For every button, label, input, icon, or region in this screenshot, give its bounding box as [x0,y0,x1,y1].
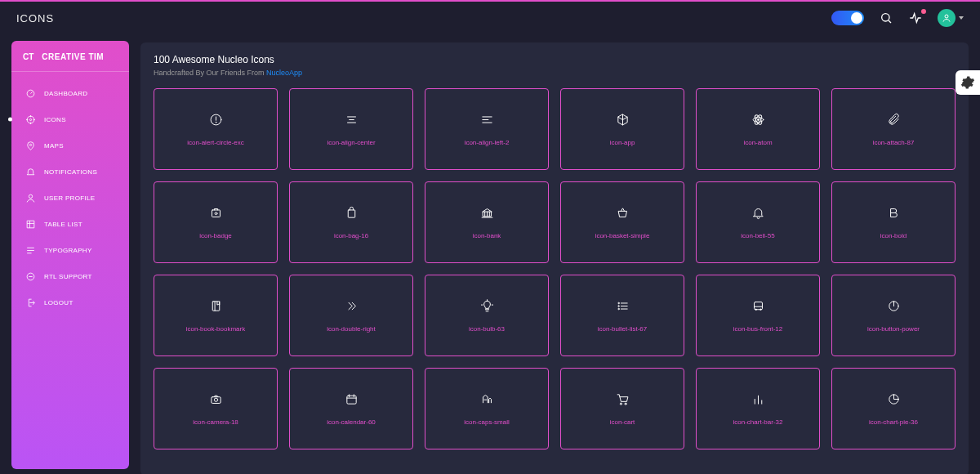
icon-cell-list[interactable]: icon-bullet-list-67 [560,275,684,356]
sidebar-item-maps[interactable]: MAPS [16,132,124,159]
icon-label: icon-app [610,139,635,146]
icon-label: icon-calendar-60 [327,418,376,426]
brand[interactable]: CT CREATIVE TIM [11,52,129,72]
sidebar-item-label: RTL SUPPORT [44,273,92,280]
sidebar-item-notifications[interactable]: NOTIFICATIONS [16,159,124,185]
main: 100 Awesome Nucleo Icons Handcrafted By … [129,34,980,474]
sidebar-item-logout[interactable]: LOGOUT [16,289,124,315]
sidebar-item-typography[interactable]: TYPOGRAPHY [16,237,124,263]
icon-grid: icon-alert-circle-excicon-align-centeric… [154,88,956,449]
sidebar-item-label: TABLE LIST [44,221,82,228]
logout-icon [24,297,36,308]
icon-cell-caps[interactable]: icon-caps-small [425,368,549,449]
icon-label: icon-basket-simple [595,232,650,239]
icon-cell-chevrons-right[interactable]: icon-double-right [289,275,413,356]
icon-label: icon-attach-87 [873,139,915,146]
icon-cell-power[interactable]: icon-button-power [831,275,956,356]
icon-label: icon-align-center [327,139,375,146]
icon-label: icon-camera-18 [193,418,238,426]
icon-label: icon-bullet-list-67 [598,325,647,333]
icon-cell-cube[interactable]: icon-app [560,88,684,170]
user-menu[interactable] [938,9,964,27]
icon-label: icon-bus-front-12 [733,325,782,333]
basket-icon [615,206,630,221]
icon-label: icon-chart-bar-32 [733,418,783,426]
sidebar-item-dashboard[interactable]: DASHBOARD [16,80,124,106]
sidebar-nav: DASHBOARDICONSMAPSNOTIFICATIONSUSER PROF… [11,80,129,315]
icon-label: icon-chart-pie-36 [869,418,918,426]
table-list-icon [24,218,36,230]
page-title: ICONS [16,12,54,25]
bold-icon [886,206,901,221]
theme-toggle[interactable] [831,11,864,25]
icon-label: icon-bulb-63 [469,325,505,333]
card-title: 100 Awesome Nucleo Icons [154,54,956,65]
sidebar-item-icons[interactable]: ICONS [16,106,124,132]
icon-label: icon-book-bookmark [186,325,245,333]
brand-logo: CT [23,52,33,61]
icon-cell-bold[interactable]: icon-bold [831,181,956,263]
search-icon[interactable] [879,11,893,25]
icon-cell-align-left[interactable]: icon-align-left-2 [425,88,549,170]
activity-icon[interactable] [908,11,923,25]
power-icon [886,299,901,314]
icon-cell-basket[interactable]: icon-basket-simple [560,181,684,263]
bag-icon [344,206,359,221]
sidebar-item-table-list[interactable]: TABLE LIST [16,211,124,237]
icon-cell-badge[interactable]: icon-badge [154,181,278,263]
icon-label: icon-align-left-2 [465,139,510,146]
user-profile-icon [24,192,36,203]
cube-icon [615,113,630,127]
sidebar-item-label: TYPOGRAPHY [44,247,92,254]
settings-fab[interactable] [956,70,980,95]
icon-cell-pie-chart[interactable]: icon-chart-pie-36 [831,368,956,449]
icon-cell-alert[interactable]: icon-alert-circle-exc [154,88,278,170]
list-icon [615,299,630,314]
icon-cell-book[interactable]: icon-book-bookmark [154,275,278,356]
icon-cell-align-center[interactable]: icon-align-center [289,88,413,170]
sidebar-item-label: USER PROFILE [44,195,95,202]
calendar-icon [344,392,359,407]
icon-label: icon-alert-circle-exc [187,139,243,146]
align-left-icon [479,113,494,127]
icon-label: icon-cart [610,418,635,426]
sidebar: CT CREATIVE TIM DASHBOARDICONSMAPSNOTIFI… [11,41,129,469]
icon-cell-cart[interactable]: icon-cart [560,368,684,449]
icon-cell-bus[interactable]: icon-bus-front-12 [696,275,820,356]
icon-cell-atom[interactable]: icon-atom [696,88,820,170]
chevrons-right-icon [344,299,359,314]
icon-cell-paperclip[interactable]: icon-attach-87 [831,88,956,170]
alert-icon [208,113,223,127]
card-subtitle-text: Handcrafted By Our Friends From [154,69,266,77]
icon-cell-calendar[interactable]: icon-calendar-60 [289,368,413,449]
sidebar-item-rtl-support[interactable]: RTL SUPPORT [16,263,124,289]
icon-cell-camera[interactable]: icon-camera-18 [154,368,278,449]
topbar-actions [831,9,964,27]
icon-cell-bank[interactable]: icon-bank [425,181,549,263]
svg-point-0 [882,14,889,21]
avatar [938,9,956,27]
icon-label: icon-bold [880,232,906,239]
bar-chart-icon [751,392,765,407]
sidebar-item-label: ICONS [44,116,66,123]
dashboard-icon [24,87,36,99]
icon-label: icon-caps-small [464,418,510,426]
sidebar-item-label: MAPS [44,142,64,150]
icon-cell-bulb[interactable]: icon-bulb-63 [425,275,549,356]
icon-cell-bell[interactable]: icon-bell-55 [696,181,820,263]
typography-icon [24,244,36,256]
rtl-support-icon [24,271,36,282]
sidebar-item-user-profile[interactable]: USER PROFILE [16,185,124,211]
icon-label: icon-badge [199,232,232,239]
icon-cell-bar-chart[interactable]: icon-chart-bar-32 [696,368,820,449]
icons-icon [24,114,36,125]
brand-name: CREATIVE TIM [42,52,104,61]
bulb-icon [479,299,494,314]
icon-cell-bag[interactable]: icon-bag-16 [289,181,413,263]
sidebar-item-label: NOTIFICATIONS [44,168,97,176]
cart-icon [615,392,630,407]
nucleo-link[interactable]: NucleoApp [266,69,302,77]
icon-label: icon-double-right [327,325,376,333]
icons-card: 100 Awesome Nucleo Icons Handcrafted By … [140,42,969,474]
icon-label: icon-bell-55 [741,232,774,239]
